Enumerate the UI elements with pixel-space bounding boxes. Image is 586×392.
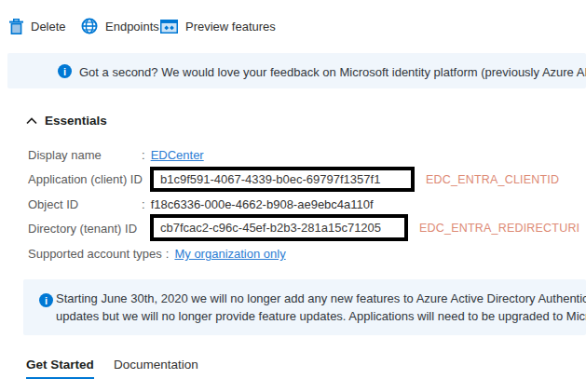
tenant-id-annotation-box: cb7fcac2-c96c-45ef-b2b3-281a15c71205 [150,214,408,241]
tab-documentation[interactable]: Documentation [114,358,198,377]
essentials-row-supported-account-types: Supported account types : My organizatio… [28,247,286,261]
colon: : [166,247,170,261]
essentials-row-display-name: Display name : EDCenter [28,148,204,162]
deprecation-banner: i Starting June 30th, 2020 we will no lo… [23,279,586,335]
chevron-up-icon [26,117,37,125]
object-id-value: f18c6336-000e-4662-b908-ae9ebc4a110f [151,197,374,211]
tenant-id-annotation-label: EDC_ENTRA_REDIRECTURI [419,222,579,235]
preview-features-icon [160,20,178,34]
essentials-header[interactable]: Essentials [26,114,107,128]
object-id-label: Object ID [28,197,142,211]
deprecation-banner-line-2: updates but we will no longer provide fe… [56,307,586,325]
colon: : [142,148,145,162]
client-id-annotation-label: EDC_ENTRA_CLIENTID [426,173,559,186]
deprecation-banner-line-1: Starting June 30th, 2020 we will no long… [56,290,586,307]
toolbar-preview-features-button[interactable]: Preview features [160,15,276,37]
essentials-title: Essentials [45,114,107,128]
toolbar-endpoints-button[interactable]: Endpoints [81,15,159,37]
toolbar-preview-features-label: Preview features [185,20,276,34]
client-id-annotation-box: b1c9f591-4067-4339-b0ec-69797f1357f1 [150,167,415,192]
colon: : [142,197,145,211]
supported-account-types-label: Supported account types [28,247,166,261]
client-id-value[interactable]: b1c9f591-4067-4339-b0ec-69797f1357f1 [160,172,380,186]
tenant-id-label: Directory (tenant) ID [28,222,137,236]
tenant-id-value[interactable]: cb7fcac2-c96c-45ef-b2b3-281a15c71205 [160,221,381,235]
info-icon: i [39,293,53,307]
toolbar-endpoints-label: Endpoints [105,20,159,34]
display-name-label: Display name [28,148,142,162]
essentials-row-object-id: Object ID : f18c6336-000e-4662-b908-ae9e… [28,197,374,211]
trash-icon [9,19,23,34]
tab-get-started[interactable]: Get Started [26,358,94,379]
supported-account-types-link[interactable]: My organization only [174,247,285,261]
feedback-banner: i Got a second? We would love your feedb… [7,53,586,88]
info-icon: i [58,64,72,78]
globe-icon [81,18,98,34]
feedback-banner-text: Got a second? We would love your feedbac… [79,63,586,81]
display-name-link[interactable]: EDCenter [151,148,204,162]
toolbar-delete-label: Delete [31,20,66,34]
toolbar-delete-button[interactable]: Delete [9,15,66,37]
client-id-label: Application (client) ID [28,172,143,186]
